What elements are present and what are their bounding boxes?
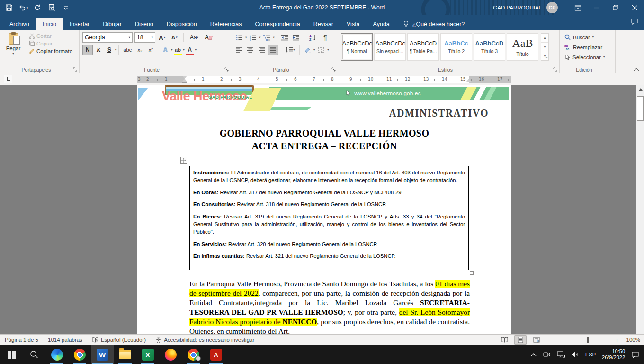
shading-icon[interactable] <box>302 45 313 55</box>
tab-insertar[interactable]: Insertar <box>63 18 96 30</box>
tab-referencias[interactable]: Referencias <box>204 18 249 30</box>
word-count[interactable]: 1014 palabras <box>48 337 82 343</box>
print-preview-icon[interactable] <box>45 1 58 14</box>
highlight-caret[interactable]: ▾ <box>183 48 185 52</box>
borders-icon[interactable] <box>316 45 326 55</box>
tab-dibujar[interactable]: Dibujar <box>96 18 128 30</box>
increase-indent-icon[interactable] <box>291 32 302 43</box>
page-indicator[interactable]: Página 1 de 5 <box>5 337 38 343</box>
select-button[interactable]: Seleccionar▾ <box>563 52 613 62</box>
bullet-list-icon[interactable] <box>234 32 244 43</box>
style-table-paragraph[interactable]: AaBbCcD ¶ Table Pa... <box>407 33 439 61</box>
replace-button[interactable]: ab ac Reemplazar <box>563 42 613 52</box>
style-normal[interactable]: AaBbCcDc ¶ Normal <box>341 33 373 61</box>
zoom-out-icon[interactable]: − <box>546 337 551 344</box>
styles-dialog-launcher-icon[interactable] <box>552 66 558 72</box>
change-case-icon[interactable]: Aa▾ <box>187 32 201 43</box>
font-dialog-launcher-icon[interactable] <box>224 66 229 72</box>
comments-icon[interactable] <box>631 18 638 25</box>
table-move-handle-icon[interactable] <box>180 157 187 164</box>
bold-button[interactable]: N <box>82 45 93 55</box>
style-titulo-3[interactable]: AaBbCcD Título 3 <box>474 33 505 61</box>
styles-scroll-up-icon[interactable]: ▲ <box>541 34 548 43</box>
font-color-caret[interactable]: ▾ <box>195 48 197 52</box>
multilevel-list-icon[interactable] <box>262 32 272 43</box>
zoom-level[interactable]: 100% <box>623 337 640 343</box>
tray-expand-icon[interactable] <box>531 353 537 356</box>
clear-formatting-icon[interactable]: A <box>203 32 214 43</box>
right-indent-marker[interactable] <box>466 79 471 82</box>
undo-caret[interactable]: ▾ <box>27 6 28 9</box>
save-icon[interactable] <box>3 1 15 14</box>
close-button[interactable] <box>625 0 644 15</box>
page[interactable]: Valle Hermoso GAD PARROQUIAL www.vallehe… <box>137 85 511 334</box>
styles-gallery-more-icon[interactable]: ▼̲ <box>541 51 548 60</box>
customize-qat-icon[interactable] <box>60 1 72 14</box>
vertical-scrollbar[interactable] <box>636 85 644 334</box>
web-layout-icon[interactable] <box>530 335 543 345</box>
subscript-button[interactable]: x₂ <box>134 45 145 55</box>
accessibility-status[interactable]: Accesibilidad: es necesario investigar <box>155 337 254 343</box>
clock[interactable]: 10:50 26/9/2022 <box>602 348 625 361</box>
undo-icon[interactable]: ▾ <box>17 1 29 14</box>
highlight-color-button[interactable]: ab <box>173 45 183 55</box>
account-name[interactable]: GAD PARROQUIAL <box>493 5 542 10</box>
volume-icon[interactable] <box>571 351 579 358</box>
tell-me[interactable]: ¿Qué desea hacer? <box>403 18 465 30</box>
find-button[interactable]: Buscar▾ <box>563 32 613 42</box>
grow-font-icon[interactable]: A▲ <box>157 32 168 43</box>
tab-correspondencia[interactable]: Correspondencia <box>248 18 306 30</box>
styles-scroll-down-icon[interactable]: ▼ <box>541 43 548 52</box>
font-color-button[interactable]: A <box>185 45 195 55</box>
keyboard-language[interactable]: ESP <box>585 352 596 357</box>
zoom-slider-handle[interactable] <box>587 337 589 343</box>
strikethrough-button[interactable]: abc <box>121 45 134 55</box>
collapse-ribbon-icon[interactable] <box>634 68 639 71</box>
document-heading-line2[interactable]: ACTA ENTREGA – RECEPCIÓN <box>137 141 511 152</box>
table-resize-handle[interactable] <box>470 271 474 275</box>
taskbar-edge[interactable] <box>45 345 68 364</box>
underline-caret[interactable]: ▾ <box>115 48 116 52</box>
tab-archivo[interactable]: Archivo <box>3 18 36 30</box>
style-sin-espaciado[interactable]: AaBbCcDc Sin espaci... <box>374 33 406 61</box>
left-indent-marker[interactable] <box>182 82 187 83</box>
underline-button[interactable]: S <box>104 45 115 55</box>
print-layout-icon[interactable] <box>514 335 527 345</box>
tab-disposicion[interactable]: Disposición <box>160 18 204 30</box>
align-left-icon[interactable] <box>234 45 244 55</box>
zoom-slider[interactable] <box>555 335 611 345</box>
tab-diseno[interactable]: Diseño <box>128 18 160 30</box>
taskbar-file-explorer[interactable] <box>114 345 136 364</box>
tab-revisar[interactable]: Revisar <box>307 18 340 30</box>
shrink-font-icon[interactable]: A▼ <box>170 32 180 43</box>
decrease-indent-icon[interactable] <box>280 32 290 43</box>
scroll-up-icon[interactable] <box>636 85 644 93</box>
minimize-button[interactable] <box>587 0 606 15</box>
clipboard-dialog-launcher-icon[interactable] <box>72 66 78 72</box>
numbered-list-icon[interactable]: 123 <box>248 32 258 43</box>
taskbar-firefox[interactable] <box>159 345 182 364</box>
justify-icon[interactable] <box>268 45 278 55</box>
tab-inicio[interactable]: Inicio <box>36 18 63 30</box>
align-right-icon[interactable] <box>257 45 267 55</box>
taskbar-excel[interactable]: X <box>136 345 159 364</box>
format-painter-button[interactable]: Copiar formato <box>27 47 74 55</box>
taskbar-chrome-profile[interactable] <box>182 345 205 364</box>
ribbon-display-options-icon[interactable] <box>568 0 587 15</box>
proofing-status[interactable]: Español (Ecuador) <box>92 337 146 343</box>
paragraph-dialog-launcher-icon[interactable] <box>331 66 336 72</box>
cut-button[interactable]: Cortar <box>27 32 74 39</box>
meet-now-icon[interactable] <box>543 351 551 358</box>
read-mode-icon[interactable] <box>498 335 510 345</box>
start-button[interactable] <box>0 345 23 364</box>
align-center-icon[interactable] <box>245 45 256 55</box>
paste-button[interactable]: Pegar ▾ <box>3 32 24 55</box>
restore-button[interactable] <box>606 0 625 15</box>
copy-button[interactable]: Copiar <box>27 40 74 47</box>
text-effects-icon[interactable]: A <box>160 45 170 55</box>
font-size-combo[interactable]: 18▾ <box>134 32 155 43</box>
zoom-in-icon[interactable]: + <box>615 337 619 344</box>
taskbar-word[interactable]: W <box>91 345 114 364</box>
taskbar-search-button[interactable] <box>23 345 45 364</box>
superscript-button[interactable]: x² <box>145 45 156 55</box>
